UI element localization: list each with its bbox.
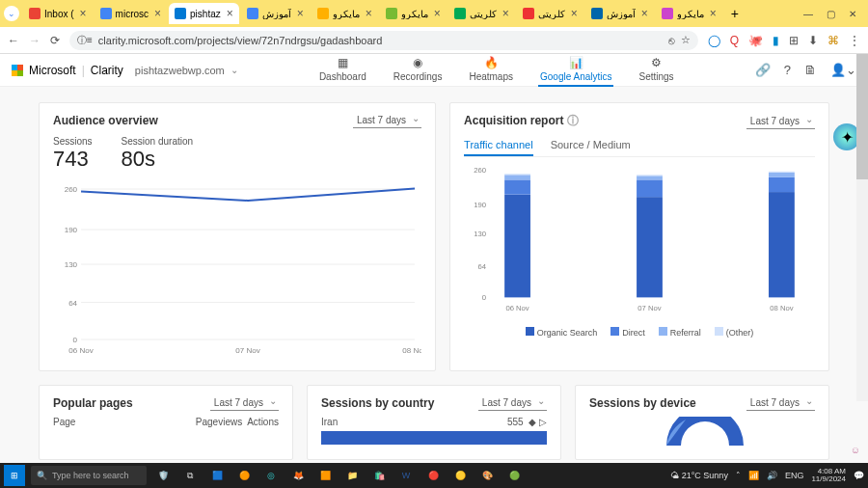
back-icon[interactable]: ← [8,34,19,47]
svg-text:0: 0 [73,336,78,344]
close-tab-icon[interactable]: × [571,7,578,20]
link-icon[interactable]: 🔗 [755,63,771,77]
doc-icon[interactable]: 🗎 [804,63,817,77]
nav-dashboard[interactable]: ▦Dashboard [317,53,368,87]
ext-icon-3[interactable]: 🐙 [748,34,763,47]
address-bar[interactable]: ⓘ≡ clarity.microsoft.com/projects/view/7… [69,31,698,50]
tray-lang[interactable]: ENG [785,471,804,480]
ext-icon-1[interactable]: ◯ [708,34,720,47]
duration-metric: Session duration 80s [122,136,194,172]
account-icon[interactable]: 👤⌄ [830,63,856,77]
maximize-icon[interactable]: ▢ [827,9,835,19]
dashboard-page: Audience overview Last 7 days Sessions 7… [0,87,868,463]
nav-heatmaps[interactable]: 🔥Heatmaps [467,53,515,87]
tb-app-1[interactable]: 🛡️ [152,465,174,486]
browser-tab-0[interactable]: Inbox (× [23,3,93,24]
tray-net-icon[interactable]: 📶 [748,471,759,480]
download-icon[interactable]: ⬇ [808,34,818,47]
svg-text:190: 190 [474,201,486,209]
svg-text:260: 260 [474,166,486,175]
audience-range-dropdown[interactable]: Last 7 days [353,113,421,128]
svg-rect-23 [637,179,663,197]
nav-google-analytics[interactable]: 📊Google Analytics [538,53,614,87]
tb-firefox[interactable]: 🦊 [287,465,309,486]
new-tab-button[interactable]: + [724,3,746,24]
acq-tab-0[interactable]: Traffic channel [464,135,533,156]
browser-tab-7[interactable]: کلریتی× [517,3,583,24]
tb-edge[interactable]: ◎ [260,465,282,486]
nav-recordings[interactable]: ◉Recordings [392,53,445,87]
extensions-icon[interactable]: ⊞ [789,34,799,47]
tb-chrome-2[interactable]: 🟡 [449,465,471,486]
tb-app-5[interactable]: 🟢 [503,465,525,486]
ext-icon-5[interactable]: ⌘ [827,34,839,47]
tray-vol-icon[interactable]: 🔊 [767,471,777,480]
project-selector[interactable]: pishtazwebwp.com ⌄ [135,65,238,76]
tb-explorer[interactable]: 📁 [341,465,363,486]
weather-widget[interactable]: 🌤 21°C Sunny [670,471,728,480]
sessions-metric: Sessions 743 [53,136,93,172]
profile-icon[interactable]: ⌄ [4,6,19,21]
svg-text:07 Nov: 07 Nov [235,346,259,355]
bookmark-icon[interactable]: ☆ [681,34,691,46]
close-tab-icon[interactable]: × [434,7,441,20]
tb-app-2[interactable]: 🟦 [206,465,228,486]
address-bar-row: ← → ⟳ ⓘ≡ clarity.microsoft.com/projects/… [0,27,868,54]
tray-chevron[interactable]: ˄ [736,471,741,480]
close-tab-icon[interactable]: × [154,7,161,20]
tb-paint[interactable]: 🎨 [476,465,498,486]
device-range-dropdown[interactable]: Last 7 days [746,395,815,411]
info-icon[interactable]: ⓘ [567,114,579,127]
tb-chrome-1[interactable]: 🔴 [422,465,444,486]
notifications-icon[interactable]: 💬 [854,471,864,480]
help-icon[interactable]: ? [784,63,791,77]
svg-rect-24 [637,176,663,179]
reload-icon[interactable]: ⟳ [50,34,60,47]
close-window-icon[interactable]: ✕ [849,9,856,19]
acquisition-range-dropdown[interactable]: Last 7 days [746,114,815,129]
tb-app-4[interactable]: 🟧 [314,465,336,486]
device-donut [589,417,815,446]
close-tab-icon[interactable]: × [80,7,87,20]
tb-word[interactable]: W [395,465,417,486]
svg-text:06 Nov: 06 Nov [506,304,529,312]
browser-tab-6[interactable]: کلریتی× [448,3,515,24]
start-button[interactable]: ⊞ [4,465,25,486]
popular-range-dropdown[interactable]: Last 7 days [210,395,279,411]
close-tab-icon[interactable]: × [502,7,509,20]
close-tab-icon[interactable]: × [366,7,372,20]
ext-icon-4[interactable]: ▮ [773,34,779,47]
browser-tab-5[interactable]: مایکرو× [380,3,447,24]
translate-icon[interactable]: ⎋ [668,35,675,46]
browser-tab-8[interactable]: آموزش× [585,3,654,24]
country-range-dropdown[interactable]: Last 7 days [478,395,547,411]
menu-icon[interactable]: ⋮ [849,34,860,47]
page-scrollbar[interactable] [856,54,868,401]
site-info-icon[interactable]: ⓘ≡ [77,34,93,47]
acq-tab-1[interactable]: Source / Medium [551,135,631,156]
browser-tab-1[interactable]: microsc× [95,3,167,24]
acquisition-card: Acquisition report ⓘ Last 7 days Traffic… [449,102,829,371]
feedback-icon[interactable]: ☺ [851,445,860,455]
close-tab-icon[interactable]: × [297,7,304,20]
close-tab-icon[interactable]: × [227,7,233,20]
browser-tab-2[interactable]: pishtaz× [169,3,239,24]
close-tab-icon[interactable]: × [641,7,648,20]
tb-app-3[interactable]: 🟠 [233,465,255,486]
ext-icon-2[interactable]: Q [730,34,739,47]
svg-rect-18 [504,195,530,298]
taskbar-clock[interactable]: 4:08 AM 11/9/2024 [811,468,846,483]
forward-icon: → [29,34,41,47]
browser-tab-3[interactable]: آموزش× [241,3,310,24]
svg-rect-21 [504,174,530,175]
taskbar-search[interactable]: 🔍Type here to search [31,466,147,485]
close-tab-icon[interactable]: × [710,7,717,20]
tb-store[interactable]: 🛍️ [368,465,390,486]
minimize-icon[interactable]: — [803,9,813,19]
browser-tab-9[interactable]: مایکرو× [656,3,722,24]
tb-taskview[interactable]: ⧉ [179,465,201,486]
country-bar [321,431,547,445]
browser-tab-4[interactable]: مایکرو× [312,3,378,24]
brand[interactable]: Microsoft | Clarity [12,64,123,77]
nav-settings[interactable]: ⚙Settings [637,53,675,87]
